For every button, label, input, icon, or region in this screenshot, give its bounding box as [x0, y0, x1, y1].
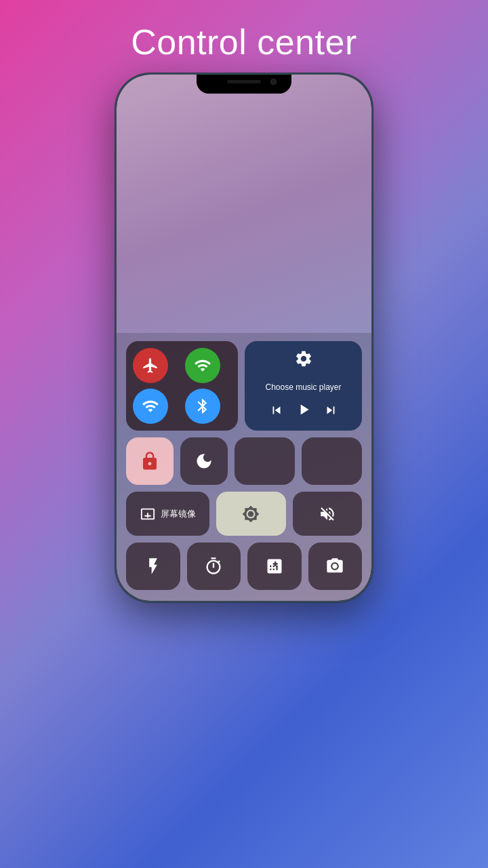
brightness-button[interactable] — [216, 492, 286, 536]
phone-frame: Choose music player — [0, 73, 488, 602]
phone-screen: Choose music player — [117, 75, 371, 601]
wifi-button[interactable] — [133, 389, 168, 424]
notch — [197, 75, 291, 94]
speaker — [227, 80, 261, 83]
timer-button[interactable] — [187, 542, 241, 590]
music-gear-icon[interactable] — [294, 349, 313, 373]
cellular-button[interactable] — [185, 348, 220, 383]
music-player-label: Choose music player — [265, 382, 341, 392]
music-controls — [269, 401, 338, 422]
cc-row-3: 屏幕镜像 — [126, 492, 362, 536]
screen-mirror-label: 屏幕镜像 — [161, 508, 196, 520]
cc-row-2 — [126, 437, 362, 485]
flashlight-button[interactable] — [126, 542, 180, 590]
music-prev-button[interactable] — [269, 403, 284, 421]
cc-bottom-row — [126, 542, 362, 590]
calculator-button[interactable] — [247, 542, 302, 590]
phone-body: Choose music player — [115, 73, 373, 602]
music-next-button[interactable] — [323, 403, 338, 421]
music-play-button[interactable] — [295, 401, 312, 422]
rotation-lock-button[interactable] — [126, 437, 174, 485]
connectivity-block — [126, 341, 238, 431]
mute-button[interactable] — [293, 492, 363, 536]
camera-button[interactable] — [308, 542, 363, 590]
page-title: Control center — [0, 0, 488, 73]
screen-mirror-button[interactable]: 屏幕镜像 — [126, 492, 209, 536]
airplane-mode-button[interactable] — [133, 348, 168, 383]
front-camera — [270, 79, 277, 85]
do-not-disturb-button[interactable] — [180, 437, 228, 485]
tile-4[interactable] — [302, 437, 362, 485]
music-player-block: Choose music player — [245, 341, 362, 431]
cc-row-1: Choose music player — [126, 341, 362, 431]
tile-3[interactable] — [235, 437, 295, 485]
control-center: Choose music player — [117, 333, 371, 601]
bluetooth-button[interactable] — [185, 389, 220, 424]
